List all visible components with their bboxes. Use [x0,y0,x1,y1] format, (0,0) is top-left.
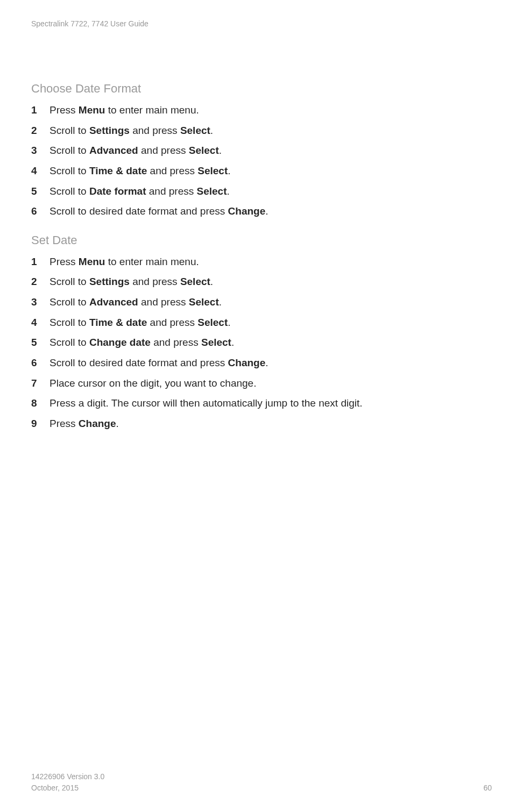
step-text: Press [50,418,79,429]
step-text: . [210,125,213,136]
step-text: . [265,205,268,217]
step-text: and press [130,276,180,287]
step-item: Scroll to Settings and press Select. [31,124,492,138]
step-text: . [228,165,230,176]
section-heading: Choose Date Format [31,82,492,96]
step-item: Press Change. [31,417,492,431]
step-bold: Change [79,418,116,429]
step-bold: Select [201,337,231,348]
footer-date: October, 2015 [31,782,104,794]
step-text: . [210,276,213,287]
step-item: Scroll to Time & date and press Select. [31,316,492,330]
step-text: Scroll to [50,296,89,308]
document-header: Spectralink 7722, 7742 User Guide [31,19,492,28]
step-text: . [227,186,229,197]
step-text: Press a digit. The cursor will then auto… [50,397,363,409]
step-bold: Advanced [89,145,138,156]
footer-page-number: 60 [483,782,492,794]
step-bold: Select [197,317,228,328]
step-item: Scroll to desired date format and press … [31,204,492,218]
step-bold: Time & date [89,317,147,328]
step-text: . [116,418,119,429]
step-bold: Settings [89,276,130,287]
step-bold: Select [189,296,219,308]
footer-version: 14226906 Version 3.0 [31,771,104,782]
step-item: Scroll to Settings and press Select. [31,275,492,289]
step-bold: Time & date [89,165,147,176]
step-text: Press [50,104,79,116]
step-text: and press [130,125,180,136]
step-text: Scroll to desired date format and press [50,205,228,217]
step-text: Scroll to [50,186,89,197]
step-item: Scroll to Advanced and press Select. [31,295,492,309]
step-bold: Select [180,276,210,287]
step-text: to enter main menu. [105,256,199,267]
step-text: . [265,357,268,368]
steps-list: Press Menu to enter main menu. Scroll to… [31,255,492,431]
step-bold: Menu [79,256,105,267]
step-text: Scroll to [50,276,89,287]
step-text: to enter main menu. [105,104,199,116]
step-bold: Change date [89,337,151,348]
step-bold: Select [189,145,219,156]
steps-list: Press Menu to enter main menu. Scroll to… [31,103,492,218]
step-item: Scroll to Change date and press Select. [31,336,492,350]
step-text: and press [146,186,197,197]
step-text: Scroll to desired date format and press [50,357,228,368]
step-text: . [219,296,222,308]
step-bold: Date format [89,186,146,197]
step-text: Scroll to [50,125,89,136]
step-text: Place cursor on the digit, you want to c… [50,377,256,389]
section-heading: Set Date [31,233,492,247]
step-bold: Select [197,165,228,176]
step-text: and press [147,165,197,176]
step-bold: Select [197,186,227,197]
step-text: and press [138,145,189,156]
step-bold: Advanced [89,296,138,308]
step-text: . [219,145,222,156]
step-text: Press [50,256,79,267]
step-item: Place cursor on the digit, you want to c… [31,376,492,390]
step-bold: Settings [89,125,130,136]
page-footer: 14226906 Version 3.0 October, 2015 60 [31,771,492,794]
step-text: and press [151,337,201,348]
step-item: Press Menu to enter main menu. [31,103,492,117]
step-text: Scroll to [50,165,89,176]
step-text: Scroll to [50,337,89,348]
step-text: and press [138,296,189,308]
step-item: Scroll to Advanced and press Select. [31,144,492,158]
step-item: Scroll to Date format and press Select. [31,184,492,198]
step-bold: Change [228,357,266,368]
step-item: Scroll to desired date format and press … [31,356,492,370]
step-item: Press a digit. The cursor will then auto… [31,396,492,410]
step-text: and press [147,317,197,328]
step-text: . [231,337,234,348]
step-bold: Change [228,205,266,217]
step-item: Scroll to Time & date and press Select. [31,164,492,178]
step-bold: Select [180,125,210,136]
step-text: Scroll to [50,317,89,328]
step-text: Scroll to [50,145,89,156]
step-item: Press Menu to enter main menu. [31,255,492,269]
step-text: . [228,317,230,328]
footer-left: 14226906 Version 3.0 October, 2015 [31,771,104,794]
step-bold: Menu [79,104,105,116]
